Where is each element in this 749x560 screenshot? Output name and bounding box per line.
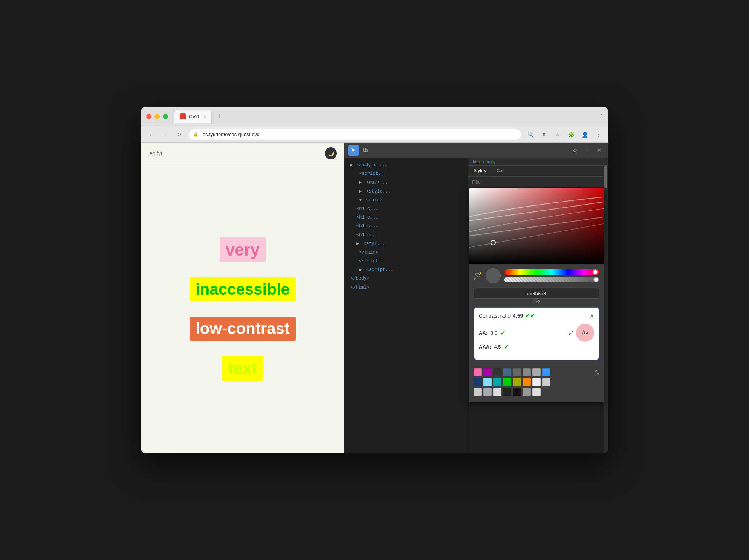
dom-line: <h1 c... (344, 222, 468, 231)
bookmark-icon[interactable]: ☆ (552, 129, 563, 140)
share-icon[interactable]: ⬆ (539, 129, 549, 140)
search-icon[interactable]: 🔍 (525, 129, 536, 140)
scroll-thumb[interactable] (604, 165, 607, 188)
dom-line: ▶ <nav>... (344, 178, 468, 187)
swatch-gray4[interactable] (542, 378, 550, 386)
devtools-toolbar: ⚙ ⋮ ✕ (344, 143, 608, 158)
tab-chevron-icon[interactable]: ˅ (600, 113, 603, 120)
swatch-blue[interactable] (503, 368, 511, 376)
tab-bar: CVD × + ˅ (174, 110, 603, 123)
swatch-lightgray[interactable] (532, 378, 541, 386)
more-options-icon[interactable]: ⋮ (582, 145, 592, 156)
collapse-button[interactable]: ∧ (590, 312, 594, 319)
close-devtools-icon[interactable]: ✕ (594, 145, 604, 156)
inspect-tool[interactable] (348, 145, 359, 156)
svg-rect-1 (366, 149, 367, 152)
contrast-check-icon: ✔✔ (525, 312, 535, 319)
tab-favicon (180, 113, 186, 119)
aaa-label: AAA: (479, 344, 491, 350)
dom-line: ▼ <main> (344, 196, 468, 205)
eyedropper-button[interactable]: 🪄 (474, 272, 482, 280)
hex-label: HEX (474, 300, 599, 304)
tab-computed[interactable]: Cor (491, 166, 509, 176)
dom-line: <script... (344, 170, 468, 178)
hue-slider[interactable] (504, 269, 599, 275)
tab-close-icon[interactable]: × (203, 114, 206, 119)
back-button[interactable]: ‹ (145, 129, 156, 140)
swatch-gray2[interactable] (523, 368, 531, 376)
swatch-s5[interactable] (513, 388, 521, 396)
alpha-slider[interactable] (504, 277, 599, 282)
tab-styles[interactable]: Styles (468, 166, 491, 176)
aa-check-icon: ✔ (500, 329, 505, 337)
swatch-gray3[interactable] (532, 368, 541, 376)
aaa-row: AAA: 4.5 ✔ (479, 343, 594, 351)
minimize-button[interactable] (154, 114, 160, 119)
swatch-s2[interactable] (483, 388, 492, 396)
dom-line: </html> (344, 283, 468, 292)
current-color-swatch (486, 268, 501, 283)
contrast-title: Contrast ratio 4.59 ✔✔ (479, 312, 535, 319)
eyedropper-icon[interactable]: 🖊 (568, 330, 573, 336)
svg-rect-0 (364, 148, 366, 152)
swatch-darkgray[interactable] (493, 368, 501, 376)
swatch-olive[interactable] (513, 378, 521, 386)
aa-preview: Aa (576, 324, 594, 342)
swatch-lightblue[interactable] (483, 378, 492, 386)
styles-tabs: Styles Cor (468, 166, 604, 177)
swatch-green[interactable] (503, 378, 511, 386)
webpage-header: jec.fyi 🌙 (141, 143, 344, 164)
swatch-scroll-icon[interactable]: ⇅ (595, 369, 599, 376)
profile-icon[interactable]: 👤 (579, 129, 590, 140)
swatch-navy[interactable] (474, 378, 482, 386)
aaa-value: 4.5 (494, 344, 501, 350)
swatch-teal[interactable] (493, 378, 501, 386)
swatch-s1[interactable] (474, 388, 482, 396)
swatch-s3[interactable] (493, 388, 501, 396)
dom-line: ▶ <style... (344, 187, 468, 196)
inaccessible-text: inaccessible (190, 277, 296, 301)
url-text: jec.fyi/demo/cds-quest-cvd (202, 132, 260, 137)
theme-toggle[interactable]: 🌙 (325, 147, 337, 159)
dom-line: <h1 c... (344, 231, 468, 240)
device-tool[interactable] (360, 145, 371, 156)
swatch-s6[interactable] (523, 388, 531, 396)
swatch-s4[interactable] (503, 388, 511, 396)
color-cursor[interactable] (491, 240, 496, 245)
swatch-blue2[interactable] (542, 368, 550, 376)
close-button[interactable] (146, 114, 151, 119)
hue-thumb[interactable] (593, 269, 598, 275)
new-tab-button[interactable]: + (215, 111, 225, 122)
swatch-gray1[interactable] (513, 368, 521, 376)
settings-icon[interactable]: ⚙ (570, 145, 580, 156)
bc-html[interactable]: html (473, 159, 481, 164)
dom-line: <h1 c... (344, 213, 468, 222)
aa-value: 3.0 (491, 330, 497, 336)
swatch-purple[interactable] (483, 368, 492, 376)
webpage-body: very inaccessible low-contrast text (141, 164, 344, 453)
swatch-s7[interactable] (532, 388, 541, 396)
hex-section: HEX (469, 288, 604, 307)
swatch-orange[interactable] (523, 378, 531, 386)
dom-line: ▶ <styl... (344, 240, 468, 248)
forward-button[interactable]: › (160, 129, 170, 140)
extension-icon[interactable]: 🧩 (566, 129, 576, 140)
more-icon[interactable]: ⋮ (593, 129, 604, 140)
low-contrast-text: low-contrast (190, 317, 296, 341)
moon-icon: 🌙 (328, 150, 334, 156)
maximize-button[interactable] (163, 114, 168, 119)
hex-input[interactable] (474, 288, 599, 299)
color-gradient[interactable] (469, 188, 604, 264)
alpha-thumb[interactable] (593, 277, 599, 282)
active-tab[interactable]: CVD × (174, 110, 212, 123)
refresh-button[interactable]: ↻ (174, 129, 185, 140)
filter-input[interactable] (472, 179, 600, 185)
url-bar[interactable]: 🔒 jec.fyi/demo/cds-quest-cvd (188, 129, 521, 140)
dom-line: </main> (344, 248, 468, 257)
lock-icon: 🔒 (193, 132, 199, 137)
bc-body[interactable]: body (486, 159, 495, 164)
contrast-header: Contrast ratio 4.59 ✔✔ ∧ (479, 312, 594, 319)
dom-line: ▶ <body cl... (344, 161, 468, 170)
swatch-pink[interactable] (474, 368, 482, 376)
contrast-value: 4.59 (513, 313, 523, 319)
